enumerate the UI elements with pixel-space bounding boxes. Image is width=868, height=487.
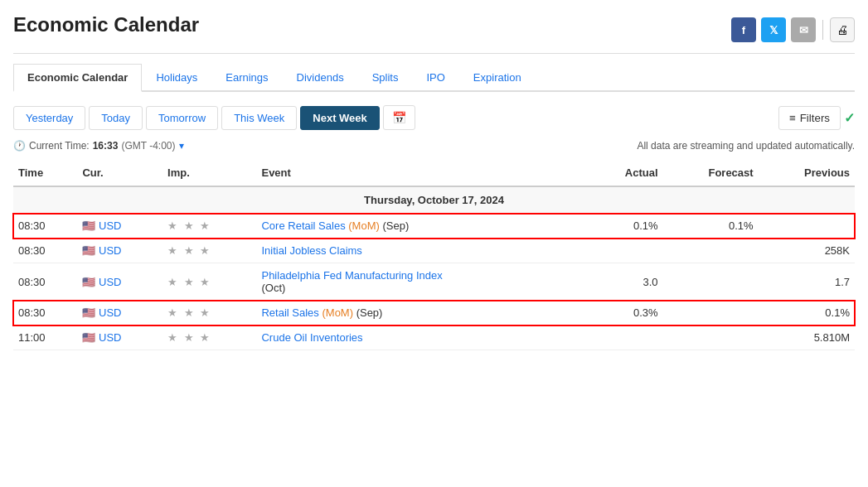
timezone-dropdown[interactable]: ▾ [179,140,184,152]
row-time: 08:30 [13,239,77,263]
table-row: 08:30 🇺🇸 USD ★ ★ ★ Philadelphia Fed Manu… [13,263,855,301]
row-importance: ★ ★ ★ [162,239,256,263]
share-icons: f 𝕏 ✉ [731,17,816,42]
event-tag: (MoM) [322,306,353,319]
header-divider [13,53,855,54]
col-previous: Previous [759,160,855,186]
tab-expiration[interactable]: Expiration [459,64,536,90]
divider [822,20,823,40]
time-filter-row: Yesterday Today Tomorrow This Week Next … [13,105,855,130]
col-time: Time [13,160,77,186]
streaming-note: All data are streaming and updated autom… [637,140,855,152]
page-title: Economic Calendar [13,13,199,36]
row-forecast [663,325,759,350]
row-importance: ★ ★ ★ [162,325,256,350]
col-forecast: Forecast [663,160,759,186]
current-time-row: 🕐 Current Time: 16:33 (GMT -4:00) ▾ All … [13,140,855,152]
section-header-row: Thursday, October 17, 2024 [13,186,855,214]
currency-label: USD [99,244,121,257]
print-button[interactable]: 🖨 [830,17,855,42]
tab-holidays[interactable]: Holidays [142,64,211,90]
tab-earnings[interactable]: Earnings [211,64,282,90]
current-time-label: Current Time: [29,140,90,152]
currency-label: USD [99,219,121,232]
clock-icon: 🕐 [13,140,26,152]
table-row: 08:30 🇺🇸 USD ★ ★ ★ Initial Jobless Claim… [13,239,855,263]
filters-button[interactable]: ≡ Filters [778,106,841,130]
row-event: Crude Oil Inventories [256,325,588,350]
row-forecast [663,263,759,301]
row-flag-currency: 🇺🇸 USD [77,325,162,350]
row-previous: 5.810M [759,325,855,350]
row-previous [759,214,855,239]
event-sub: (Oct) [261,282,285,294]
row-actual: 3.0 [589,263,663,301]
row-forecast: 0.1% [663,214,759,239]
section-date: Thursday, October 17, 2024 [13,186,855,214]
row-actual: 0.3% [589,301,663,325]
row-event: Retail Sales (MoM) (Sep) [256,301,588,325]
current-time-value: 16:33 [93,140,119,152]
event-name[interactable]: Philadelphia Fed Manufacturing Index [261,269,442,282]
event-tag: (MoM) [348,219,380,232]
row-actual [589,239,663,263]
tab-splits[interactable]: Splits [358,64,413,90]
row-time: 11:00 [13,325,77,350]
row-forecast [663,301,759,325]
row-previous: 0.1% [759,301,855,325]
twitter-share-button[interactable]: 𝕏 [761,17,786,42]
importance-stars: ★ ★ ★ [167,244,211,257]
economic-calendar-table: Time Cur. Imp. Event Actual Forecast Pre… [13,160,855,350]
event-name[interactable]: Initial Jobless Claims [261,244,361,257]
next-week-button[interactable]: Next Week [300,106,380,130]
currency-label: USD [99,331,121,344]
row-importance: ★ ★ ★ [162,263,256,301]
col-importance: Imp. [162,160,256,186]
this-week-button[interactable]: This Week [221,106,297,130]
row-flag-currency: 🇺🇸 USD [77,263,162,301]
flag-icon: 🇺🇸 [82,244,95,257]
row-event: Philadelphia Fed Manufacturing Index (Oc… [256,263,588,301]
row-flag-currency: 🇺🇸 USD [77,239,162,263]
row-event: Core Retail Sales (MoM) (Sep) [256,214,588,239]
flag-icon: 🇺🇸 [82,276,95,288]
row-previous: 1.7 [759,263,855,301]
yesterday-button[interactable]: Yesterday [13,106,85,130]
row-flag-currency: 🇺🇸 USD [77,214,162,239]
col-actual: Actual [589,160,663,186]
email-share-button[interactable]: ✉ [791,17,816,42]
tab-ipo[interactable]: IPO [412,64,458,90]
filter-icon: ≡ [789,112,796,124]
col-event: Event [256,160,588,186]
event-sub: (Sep) [356,306,383,319]
row-time: 08:30 [13,301,77,325]
tab-economic-calendar[interactable]: Economic Calendar [13,64,142,92]
row-actual [589,325,663,350]
tab-dividends[interactable]: Dividends [283,64,358,90]
today-button[interactable]: Today [89,106,143,130]
table-row: 11:00 🇺🇸 USD ★ ★ ★ Crude Oil Inventories… [13,325,855,350]
table-row: 08:30 🇺🇸 USD ★ ★ ★ Core Retail Sales (Mo… [13,214,855,239]
gmt-offset: (GMT -4:00) [121,140,175,152]
table-row: 08:30 🇺🇸 USD ★ ★ ★ Retail Sales (MoM) (S… [13,301,855,325]
filters-label: Filters [800,112,830,124]
currency-label: USD [99,306,121,319]
row-importance: ★ ★ ★ [162,301,256,325]
row-time: 08:30 [13,214,77,239]
importance-stars: ★ ★ ★ [167,219,211,232]
event-name[interactable]: Core Retail Sales [261,219,345,232]
row-flag-currency: 🇺🇸 USD [77,301,162,325]
flag-icon: 🇺🇸 [82,306,95,319]
tomorrow-button[interactable]: Tomorrow [146,106,218,130]
event-sub: (Sep) [382,219,409,232]
row-event: Initial Jobless Claims [256,239,588,263]
tab-bar: Economic Calendar Holidays Earnings Divi… [13,64,855,92]
event-name[interactable]: Retail Sales [261,306,318,319]
row-importance: ★ ★ ★ [162,214,256,239]
calendar-picker-button[interactable]: 📅 [383,105,415,130]
event-name[interactable]: Crude Oil Inventories [261,331,362,344]
row-time: 08:30 [13,263,77,301]
facebook-share-button[interactable]: f [731,17,756,42]
row-actual: 0.1% [589,214,663,239]
flag-icon: 🇺🇸 [82,219,95,232]
